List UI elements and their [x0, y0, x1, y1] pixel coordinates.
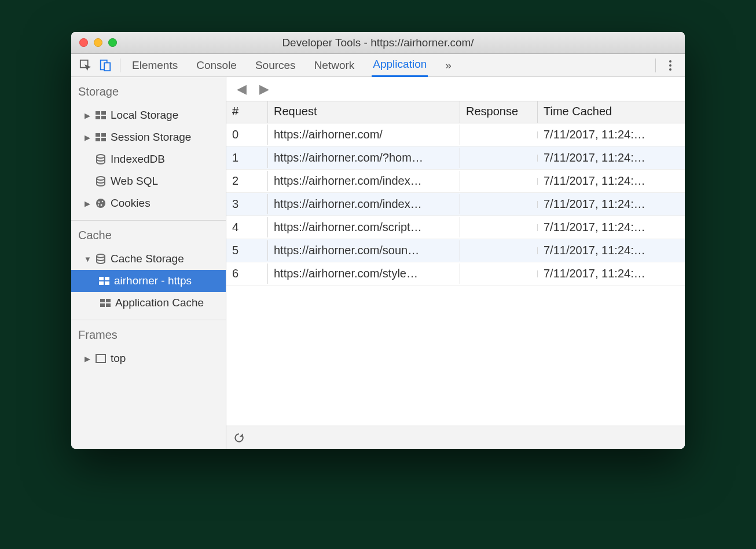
- cell-request: https://airhorner.com/: [268, 125, 460, 145]
- cell-time: 7/11/2017, 11:24:…: [538, 194, 685, 214]
- tab-network[interactable]: Network: [313, 54, 356, 77]
- svg-point-5: [669, 68, 671, 71]
- svg-rect-9: [101, 116, 106, 119]
- column-response[interactable]: Response: [460, 101, 538, 123]
- cell-index: 0: [226, 125, 268, 145]
- svg-rect-6: [96, 111, 100, 115]
- cell-time: 7/11/2017, 11:24:…: [538, 148, 685, 168]
- devtools-toolbar: Elements Console Sources Network Applica…: [71, 54, 685, 77]
- sidebar-item-indexeddb[interactable]: IndexedDB: [71, 148, 226, 170]
- cache-footer: [226, 426, 685, 449]
- toolbar-separator: [655, 58, 656, 72]
- cell-time: 7/11/2017, 11:24:…: [538, 171, 685, 191]
- collapse-arrow-icon: ▼: [84, 255, 91, 263]
- toolbar-right: [651, 56, 680, 75]
- sidebar-item-top-frame[interactable]: ▶ top: [71, 347, 226, 369]
- expand-arrow-icon: ▶: [84, 111, 91, 120]
- inspect-element-icon[interactable]: [76, 56, 96, 75]
- svg-point-3: [669, 60, 671, 63]
- svg-point-14: [97, 155, 105, 158]
- cell-response: [460, 178, 538, 185]
- table-row[interactable]: 0https://airhorner.com/7/11/2017, 11:24:…: [226, 123, 685, 147]
- table-header: # Request Response Time Cached: [226, 101, 685, 123]
- traffic-lights: [71, 38, 125, 47]
- svg-rect-7: [101, 111, 106, 115]
- sidebar-item-application-cache[interactable]: Application Cache: [71, 292, 226, 314]
- svg-rect-24: [99, 281, 104, 285]
- table-row[interactable]: 2https://airhorner.com/index…7/11/2017, …: [226, 170, 685, 193]
- tab-console[interactable]: Console: [195, 54, 238, 77]
- sidebar-item-label: Cookies: [111, 197, 151, 210]
- table-row[interactable]: 4https://airhorner.com/script…7/11/2017,…: [226, 216, 685, 239]
- expand-arrow-icon: ▶: [84, 354, 91, 363]
- cell-request: https://airhorner.com/style…: [268, 263, 460, 284]
- table-body: 0https://airhorner.com/7/11/2017, 11:24:…: [226, 123, 685, 286]
- tab-application[interactable]: Application: [372, 54, 428, 77]
- nav-forward-icon[interactable]: ▶: [259, 82, 269, 97]
- cell-response: [460, 201, 538, 208]
- cookie-icon: [94, 198, 107, 208]
- sidebar-item-cache-storage[interactable]: ▼ Cache Storage: [71, 248, 226, 270]
- svg-rect-30: [96, 354, 105, 363]
- sidebar-item-cookies[interactable]: ▶ Cookies: [71, 192, 226, 214]
- sidebar-item-label: Web SQL: [111, 175, 158, 188]
- table-row[interactable]: 5https://airhorner.com/soun…7/11/2017, 1…: [226, 239, 685, 262]
- sidebar-item-label: Session Storage: [111, 131, 191, 144]
- frames-section-header: Frames: [71, 320, 226, 347]
- sidebar-item-label: airhorner - https: [114, 274, 192, 287]
- database-icon: [94, 154, 107, 164]
- cache-section-header: Cache: [71, 221, 226, 248]
- cell-index: 4: [226, 217, 268, 237]
- cache-panel: ◀ ▶ # Request Response Time Cached 0http…: [226, 77, 685, 449]
- svg-rect-8: [96, 116, 100, 119]
- column-request[interactable]: Request: [268, 101, 460, 123]
- sidebar-item-websql[interactable]: Web SQL: [71, 170, 226, 192]
- table-row[interactable]: 6https://airhorner.com/style…7/11/2017, …: [226, 262, 685, 286]
- column-time-cached[interactable]: Time Cached: [538, 101, 685, 123]
- svg-rect-25: [105, 281, 109, 285]
- svg-point-20: [98, 204, 99, 206]
- cell-request: https://airhorner.com/index…: [268, 171, 460, 191]
- storage-section-header: Storage: [71, 77, 226, 104]
- cell-response: [460, 270, 538, 277]
- tab-elements[interactable]: Elements: [131, 54, 179, 77]
- minimize-window-button[interactable]: [94, 38, 102, 47]
- refresh-icon[interactable]: [233, 432, 245, 444]
- svg-rect-22: [99, 277, 104, 280]
- zoom-window-button[interactable]: [108, 38, 117, 47]
- column-index[interactable]: #: [226, 101, 268, 123]
- device-toolbar-icon[interactable]: [96, 56, 115, 75]
- table-row[interactable]: 3https://airhorner.com/index…7/11/2017, …: [226, 193, 685, 216]
- cell-time: 7/11/2017, 11:24:…: [538, 240, 685, 261]
- frame-icon: [94, 354, 107, 363]
- svg-rect-28: [100, 303, 105, 307]
- svg-point-16: [96, 199, 105, 208]
- expand-arrow-icon: ▶: [84, 133, 91, 142]
- database-icon: [94, 176, 107, 186]
- svg-rect-2: [104, 63, 110, 71]
- svg-point-21: [97, 254, 105, 258]
- cell-index: 1: [226, 148, 268, 168]
- sidebar-item-label: top: [111, 352, 126, 365]
- sidebar-item-local-storage[interactable]: ▶ Local Storage: [71, 104, 226, 126]
- close-window-button[interactable]: [79, 38, 88, 47]
- sidebar-item-label: Application Cache: [115, 297, 204, 309]
- tab-more[interactable]: »: [444, 54, 453, 77]
- window-title: Developer Tools - https://airhorner.com/: [71, 36, 685, 49]
- cell-time: 7/11/2017, 11:24:…: [538, 125, 685, 145]
- cell-request: https://airhorner.com/script…: [268, 217, 460, 237]
- tab-sources[interactable]: Sources: [254, 54, 297, 77]
- cache-table: # Request Response Time Cached 0https://…: [226, 101, 685, 426]
- cell-response: [460, 247, 538, 254]
- svg-rect-27: [106, 299, 111, 302]
- more-menu-icon[interactable]: [660, 56, 680, 75]
- svg-point-18: [102, 201, 104, 203]
- toolbar-separator: [120, 58, 120, 72]
- titlebar: Developer Tools - https://airhorner.com/: [71, 32, 685, 54]
- svg-rect-26: [100, 299, 105, 302]
- sidebar-item-cache-entry[interactable]: airhorner - https: [71, 270, 226, 292]
- cache-navbar: ◀ ▶: [226, 77, 685, 101]
- sidebar-item-session-storage[interactable]: ▶ Session Storage: [71, 126, 226, 148]
- nav-back-icon[interactable]: ◀: [237, 82, 247, 97]
- table-row[interactable]: 1https://airhorner.com/?hom…7/11/2017, 1…: [226, 147, 685, 170]
